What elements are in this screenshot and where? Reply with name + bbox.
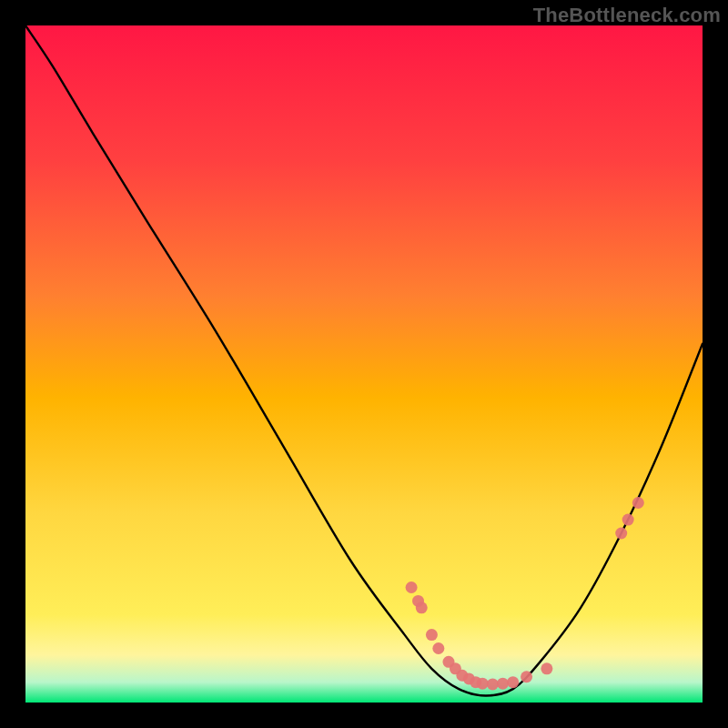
curve-point-marker (521, 671, 532, 682)
curve-point-marker (615, 528, 627, 540)
chart-svg (25, 25, 703, 703)
curve-point-marker (622, 514, 634, 526)
curve-point-marker (487, 678, 499, 690)
chart-frame: TheBottleneck.com (0, 0, 728, 728)
curve-point-marker (432, 642, 444, 654)
curve-point-marker (497, 678, 509, 690)
curve-point-marker (541, 662, 552, 674)
chart-plot-area (25, 25, 703, 703)
watermark-text: TheBottleneck.com (533, 4, 721, 27)
curve-point-marker (477, 678, 489, 690)
curve-point-marker (416, 602, 428, 613)
gradient-background (25, 25, 703, 703)
curve-point-marker (406, 581, 418, 593)
curve-point-marker (632, 497, 644, 509)
curve-point-marker (507, 676, 519, 688)
curve-point-marker (426, 629, 438, 641)
